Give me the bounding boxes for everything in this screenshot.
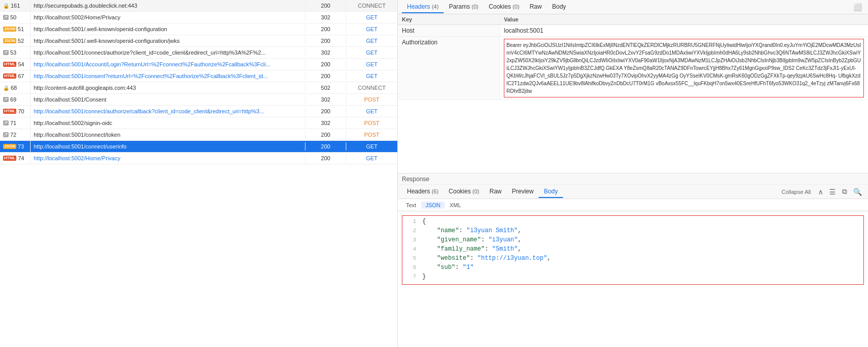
row-number: JSON 73 — [0, 141, 31, 152]
tab-body-request[interactable]: Body — [547, 1, 571, 13]
code-line-7: 7 } — [404, 273, 861, 282]
row-status: 200 — [305, 107, 346, 115]
row-url: http://content-autofill.googleapis.com:4… — [31, 84, 305, 92]
row-status: 302 — [305, 48, 346, 57]
table-row[interactable]: JSON 51 http://localhost:5001/.well-know… — [0, 23, 397, 35]
search-icon[interactable]: 🔍 — [851, 187, 864, 197]
request-headers-section: Headers (4) Params (0) Cookies (0) Raw B… — [398, 0, 868, 174]
tab-params[interactable]: Params (0) — [444, 1, 483, 13]
table-row[interactable]: ↗ 71 http://localhost:5002/signin-oidc 3… — [0, 117, 397, 129]
row-url: http://localhost:5001/connect/authorize/… — [31, 107, 305, 115]
network-requests-panel: 🔒 161 http://securepubads.g.doubleclick.… — [0, 0, 398, 347]
format-tabs-bar: Text JSON XML — [398, 199, 868, 211]
tab-headers-request[interactable]: Headers (4) — [402, 1, 444, 13]
format-tab-text[interactable]: Text — [402, 202, 420, 209]
row-url: http://localhost:5002/signin-oidc — [31, 119, 305, 127]
table-row[interactable]: HTML 70 http://localhost:5001/connect/au… — [0, 106, 397, 117]
format-tab-json[interactable]: JSON — [421, 202, 444, 209]
header-auth-key: Authorization — [398, 37, 500, 100]
html-badge-icon: HTML — [3, 73, 16, 79]
row-number: HTML 67 — [0, 70, 31, 82]
row-number: ↗ 53 — [0, 47, 31, 58]
copy-icon[interactable]: ⧉ — [840, 186, 849, 197]
row-status: 200 — [305, 142, 346, 151]
table-row[interactable]: HTML 54 http://localhost:5001/Account/Lo… — [0, 59, 397, 70]
minimize-icon[interactable]: ⬜ — [851, 2, 864, 12]
row-url: http://localhost:5001/consent?returnUrl=… — [31, 72, 305, 80]
code-line-3: 3 "given_name": "i3yuan", — [404, 236, 861, 245]
expand-icon[interactable]: ∧ — [816, 187, 825, 197]
table-row[interactable]: 🔒 161 http://securepubads.g.doubleclick.… — [0, 0, 397, 12]
table-row[interactable]: JSON 73 http://localhost:5001/connect/us… — [0, 141, 397, 153]
response-section: Response Headers (6) Cookies (0) Raw Pre… — [398, 174, 868, 347]
row-method: GET — [346, 142, 397, 151]
row-number: HTML 54 — [0, 59, 31, 70]
table-row[interactable]: ↗ 72 http://localhost:5001/connect/token… — [0, 129, 397, 141]
row-status: 502 — [305, 84, 346, 92]
row-number: JSON 52 — [0, 35, 31, 46]
page-icon: ↗ — [3, 15, 9, 20]
request-tabs-bar: Headers (4) Params (0) Cookies (0) Raw B… — [398, 0, 868, 14]
row-url: http://localhost:5001/.well-known/openid… — [31, 37, 305, 45]
code-line-5: 5 "website": "http://i3yuan.top", — [404, 255, 861, 264]
table-row[interactable]: ↗ 69 http://localhost:5001/Consent 302 P… — [0, 94, 397, 106]
row-number: ↗ 69 — [0, 94, 31, 105]
requests-table: 🔒 161 http://securepubads.g.doubleclick.… — [0, 0, 397, 164]
tab-cookies-response[interactable]: Cookies (0) — [444, 186, 484, 198]
row-method: GET — [346, 154, 397, 162]
code-line-4: 4 "family_name": "Smith", — [404, 245, 861, 255]
tab-headers-response[interactable]: Headers (6) — [402, 186, 444, 198]
row-method: GET — [346, 107, 397, 115]
row-status: 200 — [305, 131, 346, 139]
headers-table: Key Value Host localhost:5001 Authorizat… — [398, 14, 868, 173]
header-host-key: Host — [398, 25, 500, 37]
tab-cookies-request[interactable]: Cookies (0) — [483, 1, 524, 13]
format-tab-xml[interactable]: XML — [446, 202, 466, 209]
row-number: ↗ 72 — [0, 129, 31, 140]
row-status: 200 — [305, 2, 346, 10]
page-icon: ↗ — [3, 120, 9, 126]
tab-preview-response[interactable]: Preview — [507, 186, 539, 198]
code-line-1: 1 { — [404, 218, 861, 227]
row-status: 200 — [305, 72, 346, 80]
code-line-2: 2 "name": "i3yuan Smith", — [404, 227, 861, 236]
collapse-all-btn[interactable]: Collapse All — [779, 188, 814, 196]
lock-icon: 🔒 — [3, 85, 9, 91]
list-icon[interactable]: ☰ — [827, 187, 838, 197]
table-row[interactable]: 🔒 68 http://content-autofill.googleapis.… — [0, 82, 397, 94]
table-row[interactable]: JSON 52 http://localhost:5001/.well-know… — [0, 35, 397, 47]
row-number: ↗ 50 — [0, 12, 31, 23]
tab-body-response[interactable]: Body — [539, 186, 563, 198]
row-method: GET — [346, 72, 397, 80]
table-row[interactable]: HTML 74 http://localhost:5002/Home/Priva… — [0, 153, 397, 164]
row-status: 200 — [305, 154, 346, 162]
tab-raw-request[interactable]: Raw — [524, 1, 547, 13]
html-badge-icon: HTML — [3, 156, 16, 161]
row-url: http://localhost:5001/Account/Login?Retu… — [31, 60, 305, 68]
page-icon: ↗ — [3, 132, 9, 137]
detail-panel: Headers (4) Params (0) Cookies (0) Raw B… — [398, 0, 868, 347]
table-row[interactable]: ↗ 53 http://localhost:5001/connect/autho… — [0, 47, 397, 59]
row-number: 🔒 161 — [0, 0, 31, 11]
row-status: 200 — [305, 60, 346, 68]
header-auth-value: Bearer eyJhbGciOiJSUzI1NiIsImtpZCI6IkExM… — [500, 37, 868, 100]
row-method: CONNECT — [346, 2, 397, 10]
row-method: POST — [346, 131, 397, 139]
tab-raw-response[interactable]: Raw — [484, 186, 507, 198]
row-method: POST — [346, 95, 397, 104]
table-row[interactable]: HTML 67 http://localhost:5001/consent?re… — [0, 70, 397, 82]
row-status: 302 — [305, 119, 346, 127]
page-icon: ↗ — [3, 97, 9, 102]
row-method: GET — [346, 25, 397, 33]
row-url: http://securepubads.g.doubleclick.net:44… — [31, 2, 305, 10]
row-method: POST — [346, 119, 397, 127]
response-body-area: 1 { 2 "name": "i3yuan Smith", 3 "given_n… — [398, 211, 868, 347]
table-row[interactable]: ↗ 50 http://localhost:5002/Home/Privacy … — [0, 12, 397, 23]
row-status: 200 — [305, 37, 346, 45]
json-badge-icon: JSON — [3, 27, 16, 32]
row-method: GET — [346, 13, 397, 21]
page-icon: ↗ — [3, 50, 9, 55]
headers-grid: Key Value Host localhost:5001 Authorizat… — [398, 14, 868, 100]
row-status: 302 — [305, 95, 346, 104]
row-status: 200 — [305, 25, 346, 33]
